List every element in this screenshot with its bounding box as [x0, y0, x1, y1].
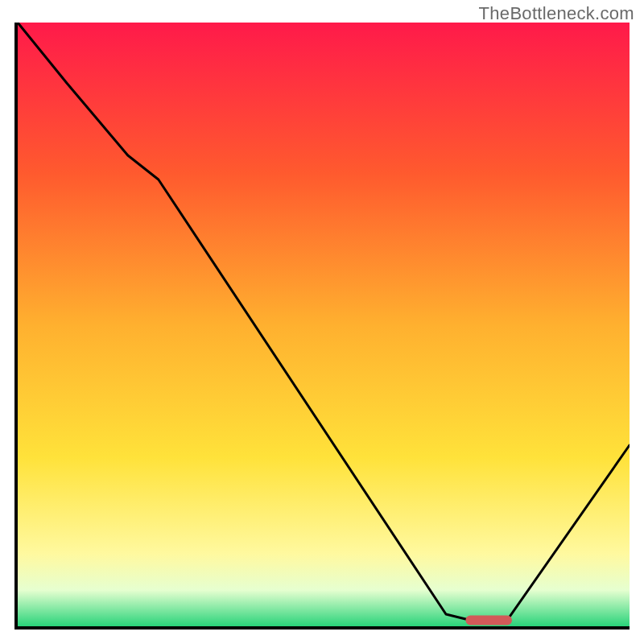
watermark-text: TheBottleneck.com	[479, 3, 634, 24]
chart-root: TheBottleneck.com	[0, 0, 644, 644]
gradient-fill-rect	[18, 23, 630, 626]
plot-svg	[18, 23, 630, 626]
plot-area	[14, 23, 630, 630]
